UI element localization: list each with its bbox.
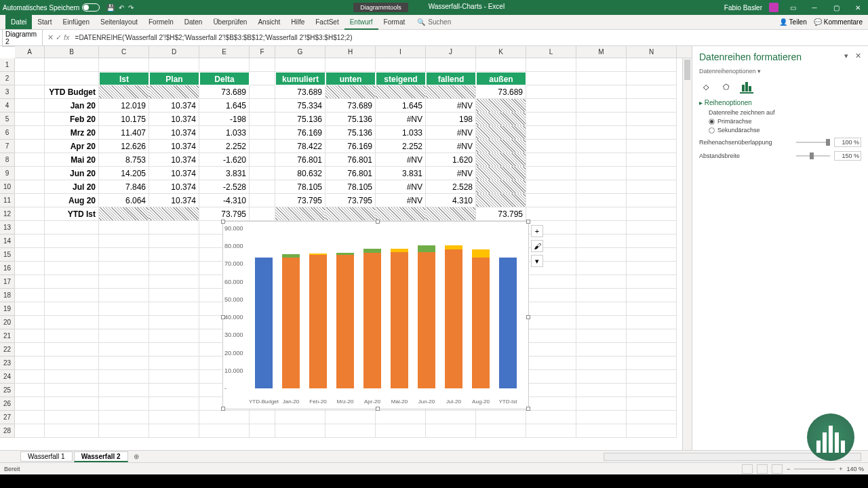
cell[interactable] xyxy=(576,113,627,126)
row-header-27[interactable]: 27 xyxy=(0,411,15,424)
cell[interactable] xyxy=(526,370,576,384)
cell[interactable]: 10.374 xyxy=(149,167,199,180)
cell[interactable] xyxy=(627,140,677,153)
tab-file[interactable]: Datei xyxy=(5,15,32,30)
add-sheet-button[interactable]: ⊕ xyxy=(134,453,139,460)
cell[interactable] xyxy=(526,207,576,221)
cell[interactable]: Mai 20 xyxy=(45,153,99,167)
cell[interactable] xyxy=(15,180,45,194)
cell[interactable] xyxy=(99,329,149,343)
ribbon-options-icon[interactable]: ▭ xyxy=(785,4,800,12)
zoom-out-button[interactable]: − xyxy=(787,466,790,472)
cell[interactable] xyxy=(15,140,45,153)
row-header-5[interactable]: 5 xyxy=(0,113,15,126)
cell[interactable]: Ist xyxy=(99,72,149,85)
sheet-tab-1[interactable]: Wasserfall 1 xyxy=(20,451,73,462)
maximize-button[interactable]: ▢ xyxy=(829,4,844,12)
cell[interactable] xyxy=(576,411,627,424)
cell[interactable] xyxy=(576,194,627,207)
cell[interactable] xyxy=(15,302,45,316)
cell[interactable] xyxy=(15,424,45,438)
cell[interactable] xyxy=(576,221,627,235)
cell[interactable] xyxy=(476,167,526,180)
cell[interactable]: Apr 20 xyxy=(45,140,99,153)
cell[interactable] xyxy=(576,302,627,316)
cell[interactable] xyxy=(576,289,627,302)
cell[interactable] xyxy=(627,411,677,424)
cell[interactable] xyxy=(376,411,426,424)
cell[interactable] xyxy=(99,302,149,316)
cell[interactable]: 80.632 xyxy=(275,167,326,180)
cell[interactable] xyxy=(149,58,199,72)
cell[interactable] xyxy=(476,194,526,207)
cell[interactable] xyxy=(627,424,677,438)
cell[interactable] xyxy=(15,58,45,72)
share-button[interactable]: 👤 Teilen xyxy=(779,18,807,26)
cell[interactable] xyxy=(526,384,576,397)
col-header-G[interactable]: G xyxy=(275,46,326,58)
section-header[interactable]: ▸ Reihenoptionen xyxy=(699,99,861,106)
cell[interactable]: #NV xyxy=(376,180,426,194)
cell[interactable] xyxy=(576,180,627,194)
cell[interactable] xyxy=(627,221,677,235)
cell[interactable]: 2.528 xyxy=(426,180,476,194)
row-header-24[interactable]: 24 xyxy=(0,370,15,384)
cell[interactable] xyxy=(45,72,99,85)
cell[interactable]: -2.528 xyxy=(199,180,250,194)
row-header-28[interactable]: 28 xyxy=(0,424,15,438)
cell[interactable] xyxy=(149,424,199,438)
row-header-17[interactable]: 17 xyxy=(0,275,15,289)
cell[interactable]: 73.689 xyxy=(326,99,376,113)
secondary-axis-radio[interactable]: Sekundärachse xyxy=(709,127,861,134)
cell[interactable]: 75.334 xyxy=(275,99,326,113)
cell[interactable] xyxy=(250,424,275,438)
row-header-13[interactable]: 13 xyxy=(0,221,15,235)
col-header-E[interactable]: E xyxy=(199,46,250,58)
cell[interactable]: 1.033 xyxy=(199,126,250,140)
cell[interactable] xyxy=(250,85,275,99)
cell[interactable]: Feb 20 xyxy=(45,113,99,126)
cell[interactable]: 2.252 xyxy=(199,140,250,153)
cell[interactable] xyxy=(576,316,627,329)
cell[interactable] xyxy=(576,58,627,72)
page-layout-view-button[interactable] xyxy=(757,464,768,474)
cell[interactable] xyxy=(627,302,677,316)
fill-line-icon[interactable]: ◇ xyxy=(699,80,713,94)
cell[interactable] xyxy=(15,85,45,99)
cell[interactable] xyxy=(250,99,275,113)
cell[interactable]: #NV xyxy=(426,167,476,180)
row-header-7[interactable]: 7 xyxy=(0,140,15,153)
cell[interactable] xyxy=(99,384,149,397)
spreadsheet-grid[interactable]: ABCDEFGHIJKLMN 1234567891011121314151617… xyxy=(0,46,692,450)
cell[interactable]: 73.795 xyxy=(326,194,376,207)
col-header-H[interactable]: H xyxy=(326,46,376,58)
cell[interactable]: 6.064 xyxy=(99,194,149,207)
col-header-J[interactable]: J xyxy=(426,46,476,58)
vertical-scrollbar[interactable] xyxy=(682,58,692,450)
cell[interactable] xyxy=(275,58,326,72)
redo-icon[interactable]: ↷ xyxy=(128,4,134,12)
cell[interactable] xyxy=(526,329,576,343)
cell[interactable] xyxy=(326,424,376,438)
cell[interactable] xyxy=(627,194,677,207)
chart-bar[interactable]: Mai-20 xyxy=(391,228,408,388)
cell[interactable] xyxy=(627,262,677,275)
row-header-4[interactable]: 4 xyxy=(0,99,15,113)
close-button[interactable]: ✕ xyxy=(850,4,865,12)
cell[interactable] xyxy=(99,397,149,411)
cell[interactable]: kumuliert xyxy=(275,72,326,85)
cell[interactable] xyxy=(99,221,149,235)
row-headers[interactable]: 1234567891011121314151617181920212223242… xyxy=(0,58,15,438)
column-headers[interactable]: ABCDEFGHIJKLMN xyxy=(15,46,692,58)
row-header-23[interactable]: 23 xyxy=(0,357,15,370)
cell[interactable] xyxy=(15,207,45,221)
overlap-value[interactable]: 100 % xyxy=(834,138,861,147)
cell[interactable] xyxy=(15,316,45,329)
cell[interactable] xyxy=(627,357,677,370)
cell[interactable] xyxy=(45,58,99,72)
tab-data[interactable]: Daten xyxy=(179,15,208,30)
cell[interactable] xyxy=(526,140,576,153)
cell[interactable]: 10.374 xyxy=(149,99,199,113)
cell[interactable] xyxy=(45,397,99,411)
row-header-21[interactable]: 21 xyxy=(0,329,15,343)
